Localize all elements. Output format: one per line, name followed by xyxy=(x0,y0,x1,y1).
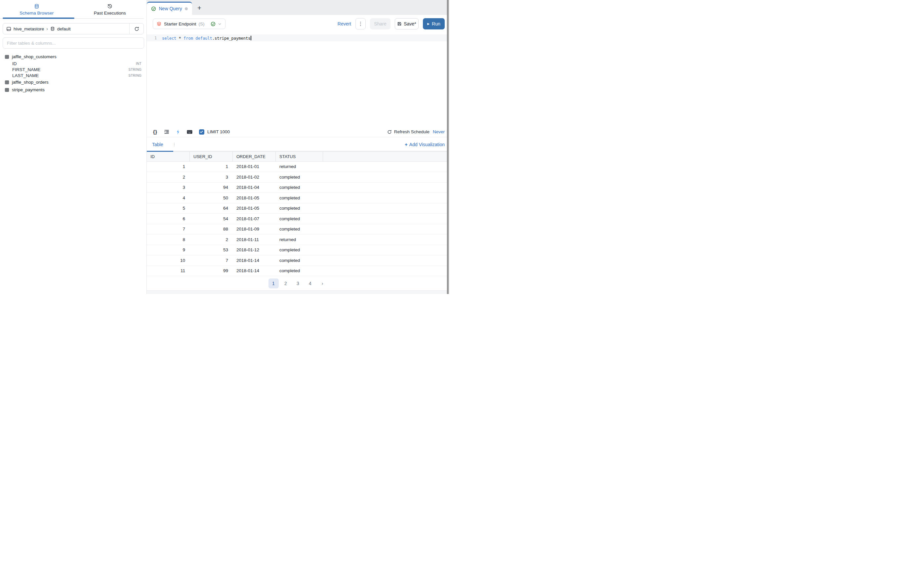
refresh-schedule-icon xyxy=(387,129,392,134)
table-cell: returned xyxy=(276,164,323,169)
table-cell: completed xyxy=(276,226,323,231)
table-cell: 53 xyxy=(190,247,233,252)
refresh-icon xyxy=(134,26,139,31)
table-cell: 99 xyxy=(190,268,233,273)
table-cell: 2018-01-11 xyxy=(233,237,276,242)
schema-breadcrumb-box: hive_metastore › default xyxy=(3,23,144,34)
endpoint-size: (S) xyxy=(199,22,205,26)
schema-table-stripe_payments[interactable]: stripe_payments xyxy=(0,86,146,94)
page-button-4[interactable]: 4 xyxy=(305,279,315,288)
column-header-user-id[interactable]: USER_ID xyxy=(190,152,233,162)
format-braces-icon[interactable]: {} xyxy=(153,129,157,135)
share-button[interactable]: Share xyxy=(370,18,391,29)
add-visualization-button[interactable]: + Add Visualization xyxy=(405,142,445,147)
breadcrumb[interactable]: hive_metastore › default xyxy=(3,23,129,34)
table-row: 3942018-01-04completed xyxy=(147,183,449,193)
endpoint-layers-icon xyxy=(156,21,162,26)
schema-column-LAST_NAME[interactable]: LAST_NAMESTRING xyxy=(0,72,146,79)
column-header-empty xyxy=(323,152,449,162)
revert-button[interactable]: Revert xyxy=(338,21,351,26)
table-cell: 2018-01-14 xyxy=(233,268,276,273)
endpoint-selector[interactable]: Starter Endpoint (S) xyxy=(153,18,226,29)
plus-icon: + xyxy=(405,142,407,147)
page-button-1[interactable]: 1 xyxy=(269,279,279,288)
save-button[interactable]: Save* xyxy=(395,18,418,29)
table-cell: 1 xyxy=(147,164,190,169)
column-header-id[interactable]: ID xyxy=(147,152,190,162)
column-header-order-date[interactable]: ORDER_DATE xyxy=(233,152,276,162)
results-tab-options-icon[interactable]: ⋮ xyxy=(172,142,176,147)
page-button-2[interactable]: 2 xyxy=(281,279,291,288)
schema-table-jaffle_shop_orders[interactable]: jaffle_shop_orders xyxy=(0,79,146,86)
table-cell: 7 xyxy=(190,258,233,263)
breadcrumb-separator: › xyxy=(46,26,48,31)
limit-checkbox[interactable] xyxy=(199,129,205,135)
run-button[interactable]: ▶ Run xyxy=(423,18,445,29)
schema-table-jaffle_shop_customers[interactable]: jaffle_shop_customers xyxy=(0,53,146,60)
vertical-scrollbar[interactable] xyxy=(447,0,449,294)
column-name: ID xyxy=(12,61,17,66)
breadcrumb-catalog[interactable]: hive_metastore xyxy=(14,26,44,31)
table-cell: 2 xyxy=(147,175,190,180)
table-cell: 5 xyxy=(147,206,190,211)
table-cell: 2018-01-05 xyxy=(233,206,276,211)
breadcrumb-schema[interactable]: default xyxy=(57,26,71,31)
sql-workspace: Schema Browser Past Executions xyxy=(0,0,449,294)
tab-schema-browser-label: Schema Browser xyxy=(20,11,54,15)
table-cell: 2018-01-01 xyxy=(233,164,276,169)
column-name: LAST_NAME xyxy=(12,73,39,78)
editor-toolbar: {} xyxy=(147,127,449,137)
line-number: 1 xyxy=(154,36,157,40)
add-visualization-label: Add Visualization xyxy=(409,142,445,147)
table-cell: 2018-01-02 xyxy=(233,175,276,180)
table-name: jaffle_shop_customers xyxy=(12,54,57,59)
new-tab-button[interactable]: + xyxy=(192,0,207,15)
column-header-status[interactable]: STATUS xyxy=(276,152,323,162)
database-icon xyxy=(50,26,55,31)
sql-editor[interactable]: 1 select * from default.stripe_payments xyxy=(147,33,449,127)
toolbar-actions: Revert ⋮ Share Save* ▶ Run xyxy=(338,18,445,29)
schema-column-FIRST_NAME[interactable]: FIRST_NAMESTRING xyxy=(0,66,146,72)
table-row: 5642018-01-05completed xyxy=(147,203,449,214)
catalog-icon xyxy=(6,26,11,31)
tab-schema-browser[interactable]: Schema Browser xyxy=(0,0,74,19)
refresh-schedule-label: Refresh Schedule xyxy=(394,129,429,134)
save-icon xyxy=(397,22,402,26)
query-tab-label: New Query xyxy=(159,6,182,11)
results-footer-strip xyxy=(147,290,449,294)
table-cell: 2018-01-09 xyxy=(233,226,276,231)
limit-label[interactable]: LIMIT 1000 xyxy=(207,129,230,134)
refresh-schema-button[interactable] xyxy=(129,23,143,34)
indent-icon[interactable] xyxy=(164,129,169,135)
result-rows: 112018-01-01returned232018-01-02complete… xyxy=(147,162,449,277)
tab-past-executions[interactable]: Past Executions xyxy=(74,0,147,19)
refresh-schedule-value[interactable]: Never xyxy=(433,129,445,134)
table-cell: 1 xyxy=(190,164,233,169)
query-tab-new-query[interactable]: New Query xyxy=(147,2,192,15)
table-cell: 94 xyxy=(190,185,233,190)
page-button-3[interactable]: 3 xyxy=(293,279,303,288)
keyboard-shortcuts-icon[interactable] xyxy=(187,129,192,134)
table-cell: 2018-01-12 xyxy=(233,247,276,252)
more-options-button[interactable]: ⋮ xyxy=(355,18,366,29)
lightning-icon[interactable] xyxy=(176,129,180,135)
table-row: 7882018-01-09completed xyxy=(147,224,449,235)
table-cell: 54 xyxy=(190,216,233,221)
unsaved-indicator-dot xyxy=(185,7,188,10)
next-page-button[interactable]: › xyxy=(317,279,328,288)
table-cell: completed xyxy=(276,206,323,211)
chevron-down-icon xyxy=(218,22,222,26)
pagination: 1234› xyxy=(147,276,449,290)
table-grid-icon xyxy=(5,55,9,59)
results-bar: Table ⋮ + Add Visualization xyxy=(147,137,449,152)
schema-column-ID[interactable]: IDINT xyxy=(0,60,146,66)
table-grid-icon xyxy=(5,88,9,92)
table-cell: 9 xyxy=(147,247,190,252)
table-cell: 11 xyxy=(147,268,190,273)
table-row: 11992018-01-14completed xyxy=(147,266,449,277)
table-row: 232018-01-02completed xyxy=(147,172,449,183)
results-tab-table[interactable]: Table xyxy=(152,142,163,147)
table-cell: 10 xyxy=(147,258,190,263)
table-cell: 64 xyxy=(190,206,233,211)
filter-input[interactable] xyxy=(3,37,144,49)
